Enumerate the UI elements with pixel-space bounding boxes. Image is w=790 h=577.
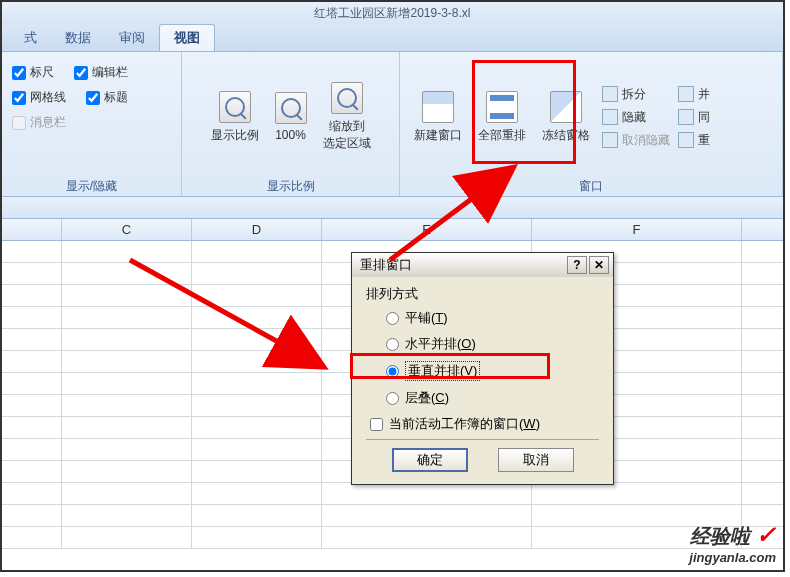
table-row[interactable] xyxy=(2,505,783,527)
watermark: 经验啦 ✓ jingyanla.com xyxy=(689,521,776,565)
table-row[interactable] xyxy=(2,483,783,505)
zoom-to-selection-button[interactable]: 缩放到 选定区域 xyxy=(315,58,379,176)
table-row[interactable] xyxy=(2,527,783,549)
split-icon xyxy=(602,86,618,102)
group-label-show-hide: 显示/隐藏 xyxy=(8,176,175,196)
radio-tiled[interactable]: 平铺(T) xyxy=(386,309,599,327)
check-formula-bar[interactable]: 编辑栏 xyxy=(74,64,128,81)
side-icon xyxy=(678,86,694,102)
new-window-button[interactable]: 新建窗口 xyxy=(406,58,470,176)
check-ruler[interactable]: 标尺 xyxy=(12,64,54,81)
sync-icon xyxy=(678,109,694,125)
zoom-button[interactable]: 显示比例 xyxy=(203,58,267,176)
group-label-zoom: 显示比例 xyxy=(188,176,393,196)
check-icon: ✓ xyxy=(756,521,776,548)
formula-bar[interactable] xyxy=(2,197,783,219)
reset-icon xyxy=(678,132,694,148)
col-header-c[interactable]: C xyxy=(62,219,192,240)
ribbon-tabs: 式 数据 审阅 视图 xyxy=(2,24,783,52)
tab-data[interactable]: 数据 xyxy=(51,25,105,51)
tab-review[interactable]: 审阅 xyxy=(105,25,159,51)
dialog-title: 重排窗口 xyxy=(360,256,412,274)
col-header-f[interactable]: F xyxy=(532,219,742,240)
arrange-label: 排列方式 xyxy=(366,285,599,303)
check-message-bar[interactable]: 消息栏 xyxy=(12,114,66,131)
ribbon: 标尺 编辑栏 网格线 标题 消息栏 显示/隐藏 xyxy=(2,52,783,197)
col-header[interactable] xyxy=(2,219,62,240)
col-header-e[interactable]: E xyxy=(322,219,532,240)
radio-vertical[interactable]: 垂直并排(V) xyxy=(386,361,599,381)
check-active-workbook[interactable]: 当前活动工作簿的窗口(W) xyxy=(366,415,599,433)
title-bar: 红塔工业园区新增2019-3-8.xl xyxy=(2,2,783,24)
arrange-windows-dialog: 重排窗口 ? ✕ 排列方式 平铺(T) 水平并排(O) 垂直并排(V) 层叠(C… xyxy=(351,252,614,485)
zoom-100-button[interactable]: 100% xyxy=(267,58,315,176)
zoom-100-icon xyxy=(275,92,307,124)
tab-formula[interactable]: 式 xyxy=(10,25,51,51)
freeze-panes-button[interactable]: 冻结窗格 xyxy=(534,58,598,176)
arrange-all-button[interactable]: 全部重排 xyxy=(470,58,534,176)
reset-pos-button[interactable]: 重 xyxy=(678,132,710,149)
dialog-help-button[interactable]: ? xyxy=(567,256,587,274)
zoom-selection-icon xyxy=(331,82,363,114)
new-window-icon xyxy=(422,91,454,123)
freeze-icon xyxy=(550,91,582,123)
dialog-titlebar[interactable]: 重排窗口 ? ✕ xyxy=(352,253,613,277)
zoom-icon xyxy=(219,91,251,123)
split-button[interactable]: 拆分 xyxy=(602,86,670,103)
check-headings[interactable]: 标题 xyxy=(86,89,128,106)
unhide-icon xyxy=(602,132,618,148)
tab-view[interactable]: 视图 xyxy=(159,24,215,51)
side-by-side-button[interactable]: 并 xyxy=(678,86,710,103)
radio-cascade[interactable]: 层叠(C) xyxy=(386,389,599,407)
col-header-d[interactable]: D xyxy=(192,219,322,240)
unhide-button[interactable]: 取消隐藏 xyxy=(602,132,670,149)
dialog-close-button[interactable]: ✕ xyxy=(589,256,609,274)
cancel-button[interactable]: 取消 xyxy=(498,448,574,472)
radio-horizontal[interactable]: 水平并排(O) xyxy=(386,335,599,353)
ok-button[interactable]: 确定 xyxy=(392,448,468,472)
hide-icon xyxy=(602,109,618,125)
group-label-window: 窗口 xyxy=(406,176,776,196)
sync-scroll-button[interactable]: 同 xyxy=(678,109,710,126)
hide-button[interactable]: 隐藏 xyxy=(602,109,670,126)
arrange-icon xyxy=(486,91,518,123)
check-gridlines[interactable]: 网格线 xyxy=(12,89,66,106)
